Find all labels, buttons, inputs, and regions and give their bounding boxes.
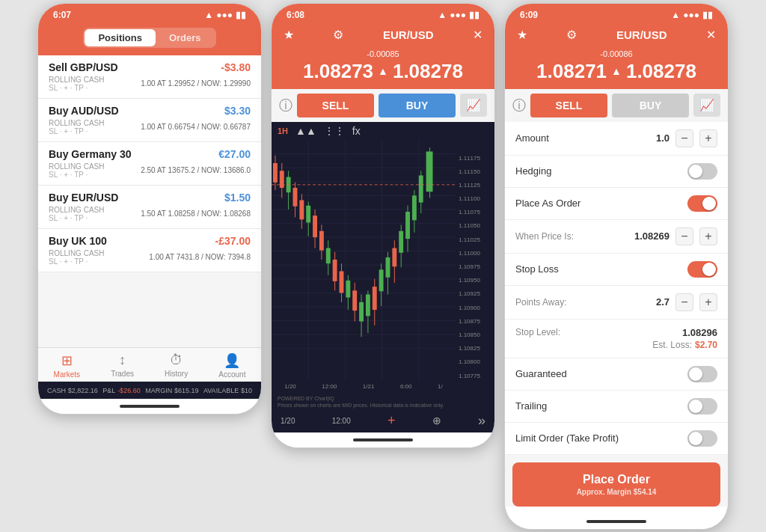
svg-rect-52: [379, 269, 384, 291]
list-item[interactable]: Buy AUD/USD $3.30 ROLLING CASH SL · + · …: [38, 99, 261, 142]
pos-title-5: Buy UK 100: [49, 235, 107, 247]
pos-detail-4: 1.50 AT 1.08258 / NOW: 1.08268: [141, 210, 251, 218]
status-icons-2: ▲ ●●● ▮▮: [438, 10, 479, 20]
list-item[interactable]: Sell GBP/USD -$3.80 ROLLING CASH SL · + …: [38, 55, 261, 99]
tab-positions[interactable]: Positions: [85, 29, 156, 46]
limit-order-row: Limit Order (Take Profit): [505, 423, 728, 455]
when-price-label: When Price Is:: [515, 231, 574, 242]
phone-trade-form: 6:09 ▲ ●●● ▮▮ ★ ⚙ EUR/USD ✕ -0.00086 1.0…: [504, 3, 729, 530]
signal-icon-3: ●●●: [683, 10, 699, 20]
nav-trades[interactable]: ↕ Trades: [111, 352, 134, 379]
close-icon[interactable]: ✕: [473, 28, 482, 42]
candle-chart-icon[interactable]: ⋮⋮: [324, 125, 345, 137]
chart-instrument: EUR/USD: [383, 28, 434, 41]
star-icon-3[interactable]: ★: [517, 28, 527, 42]
status-time-3: 6:09: [520, 10, 538, 20]
points-away-minus-button[interactable]: −: [675, 293, 693, 311]
limit-order-toggle[interactable]: [687, 430, 717, 447]
amount-label: Amount: [515, 132, 549, 144]
svg-rect-62: [412, 195, 417, 220]
chart-disclaimer: Prices shown on charts are MID prices. H…: [278, 403, 488, 408]
chart-price-diff: -0.00085: [272, 49, 494, 58]
star-icon[interactable]: ★: [284, 28, 294, 42]
place-as-order-toggle[interactable]: [687, 195, 717, 212]
hedging-label: Hedging: [515, 165, 551, 177]
svg-rect-42: [346, 280, 350, 297]
home-bar-2: [353, 438, 413, 441]
timeframe-label[interactable]: 1H: [278, 126, 288, 135]
pos-sltp-4: SL · + · TP ·: [49, 214, 104, 222]
mountain-chart-icon[interactable]: ▲▲: [295, 125, 316, 137]
guaranteed-toggle[interactable]: [687, 366, 717, 382]
account-icon: 👤: [224, 352, 240, 369]
hedging-toggle[interactable]: [687, 163, 717, 180]
points-away-plus-button[interactable]: +: [699, 293, 717, 311]
svg-rect-60: [405, 212, 410, 239]
when-price-plus-button[interactable]: +: [699, 227, 717, 245]
nav-history[interactable]: ⏱ History: [165, 352, 188, 379]
form-price-arrow-icon: ▲: [611, 65, 622, 77]
gear-icon[interactable]: ⚙: [333, 28, 343, 42]
nav-history-label: History: [165, 370, 188, 378]
stop-loss-toggle-knob: [702, 263, 716, 276]
chart-price-sell: 1.08273: [303, 60, 373, 83]
guaranteed-toggle-knob: [689, 367, 702, 381]
form-sell-button[interactable]: SELL: [530, 94, 607, 117]
amount-plus-button[interactable]: +: [699, 129, 717, 147]
signal-icon: ●●●: [216, 10, 233, 20]
trades-icon: ↕: [119, 352, 126, 368]
pos-sltp-5: SL · + · TP ·: [49, 257, 104, 266]
amount-minus-button[interactable]: −: [675, 129, 693, 147]
add-chart-button[interactable]: +: [387, 413, 396, 429]
nav-markets[interactable]: ⊞ Markets: [54, 352, 81, 379]
pos-detail-1: 1.00 AT 1.29952 / NOW: 1.29990: [141, 79, 251, 88]
svg-rect-64: [419, 175, 423, 202]
guaranteed-row: Guaranteed: [505, 358, 728, 391]
cash-label: CASH: [47, 387, 66, 394]
stop-loss-toggle[interactable]: [687, 261, 717, 278]
pos-pnl-2: $3.30: [224, 105, 251, 117]
status-icons-1: ▲ ●●● ▮▮: [204, 10, 246, 20]
more-icon[interactable]: »: [478, 413, 485, 429]
buy-button[interactable]: BUY: [379, 94, 456, 117]
stop-loss-label: Stop Loss: [515, 263, 559, 275]
list-item[interactable]: Buy Germany 30 €27.00 ROLLING CASH SL · …: [38, 142, 261, 186]
place-order-button[interactable]: Place Order Approx. Margin $54.14: [512, 462, 720, 507]
nav-account[interactable]: 👤 Account: [218, 352, 245, 379]
pos-title-2: Buy AUD/USD: [49, 105, 119, 117]
svg-rect-26: [293, 188, 298, 207]
svg-rect-46: [359, 302, 364, 321]
sell-button[interactable]: SELL: [297, 94, 374, 117]
pos-pnl-3: €27.00: [218, 148, 251, 160]
info-icon[interactable]: ⓘ: [279, 97, 292, 114]
form-chart-button[interactable]: 📈: [693, 94, 720, 117]
form-buy-button[interactable]: BUY: [612, 94, 689, 117]
nav-trades-label: Trades: [111, 370, 134, 378]
form-price-main: 1.08271 ▲ 1.08278: [505, 58, 728, 85]
pos-title-3: Buy Germany 30: [49, 148, 132, 160]
chart-area: 1.11175 1.11150 1.11125 1.11100 1.11075 …: [272, 140, 494, 394]
list-item[interactable]: Buy UK 100 -£37.00 ROLLING CASH SL · + ·…: [38, 229, 261, 272]
pos-pnl-5: -£37.00: [215, 235, 251, 247]
chart-view-button[interactable]: 📈: [460, 94, 487, 117]
list-item[interactable]: Buy EUR/USD $1.50 ROLLING CASH SL · + · …: [38, 186, 261, 229]
close-icon-3[interactable]: ✕: [706, 28, 716, 42]
chart-price-buy: 1.08278: [393, 60, 463, 83]
cash-value: $2,822.16: [68, 387, 98, 394]
bottom-nav-1: ⊞ Markets ↕ Trades ⏱ History 👤 Account: [38, 347, 261, 382]
tab-orders[interactable]: Orders: [156, 29, 215, 46]
indicators-icon[interactable]: fx: [352, 125, 361, 137]
when-price-minus-button[interactable]: −: [675, 227, 693, 245]
info-icon-3[interactable]: ⓘ: [512, 97, 526, 114]
status-bar-3: 6:09 ▲ ●●● ▮▮: [505, 4, 728, 23]
zoom-icon[interactable]: ⊕: [432, 415, 441, 426]
home-indicator-2: [272, 432, 494, 447]
limit-order-label: Limit Order (Take Profit): [515, 432, 619, 444]
gear-icon-3[interactable]: ⚙: [566, 28, 577, 42]
trailing-toggle[interactable]: [687, 398, 717, 415]
home-bar-1: [120, 405, 180, 408]
chart-bottom-nav: 1/20 12:00 + ⊕ »: [272, 409, 494, 432]
home-indicator-1: [38, 399, 261, 414]
est-loss-label: Est. Loss:: [652, 340, 692, 350]
form-price-row: -0.00086 1.08271 ▲ 1.08278: [505, 48, 728, 89]
